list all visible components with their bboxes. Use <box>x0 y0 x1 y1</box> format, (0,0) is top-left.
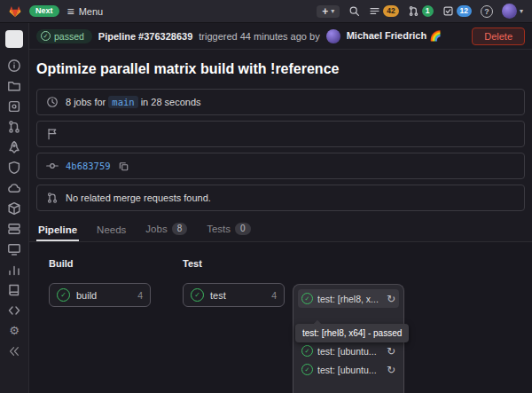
tab-label: Needs <box>97 224 126 235</box>
collapse-icon <box>8 345 20 358</box>
triggered-text: triggered 44 minutes ago by <box>199 31 319 42</box>
issues-indicator[interactable]: 42 <box>369 5 398 17</box>
tests-count-badge: 0 <box>235 223 251 235</box>
gitlab-logo-icon[interactable] <box>9 5 21 18</box>
mr-text: No related merge requests found. <box>66 193 211 203</box>
sidebar-item-repository[interactable] <box>0 75 28 96</box>
sidebar-item-issues[interactable] <box>0 96 28 116</box>
retry-icon[interactable]: ↻ <box>387 294 395 304</box>
menu-label: Menu <box>79 6 104 17</box>
check-glyph: ✓ <box>305 295 310 303</box>
author-avatar[interactable] <box>326 29 340 43</box>
tab-pipeline[interactable]: Pipeline <box>36 224 79 241</box>
rocket-icon <box>7 140 21 154</box>
job-name: test: [ubuntu... <box>317 365 382 375</box>
merge-request-icon <box>7 120 21 134</box>
pipeline-graph: Build ✓ build 4 Test ✓ test 4 <box>29 241 532 393</box>
chart-icon <box>7 263 21 277</box>
tanuki-icon <box>9 5 21 18</box>
retry-icon[interactable]: ↻ <box>387 365 395 375</box>
sidebar-item-infrastructure[interactable] <box>0 218 28 239</box>
success-status-icon: ✓ <box>57 288 70 302</box>
tab-needs[interactable]: Needs <box>95 224 128 241</box>
stage-name: Test <box>183 258 285 269</box>
job-count: 4 <box>271 290 277 301</box>
search-button[interactable] <box>348 5 360 17</box>
commit-sha-link[interactable]: 4b683759 <box>66 161 111 171</box>
job-group-test[interactable]: ✓ test 4 <box>183 283 285 307</box>
package-icon <box>7 201 21 216</box>
new-dropdown-button[interactable]: + ▾ <box>317 5 340 18</box>
retry-icon[interactable]: ↻ <box>387 346 395 357</box>
todos-indicator[interactable]: 12 <box>442 5 472 17</box>
issues-list-icon <box>369 5 380 17</box>
todo-check-icon <box>442 5 454 17</box>
status-check-icon: ✓ <box>41 31 51 41</box>
clock-icon <box>46 96 59 108</box>
author-name[interactable]: Michael Friedrich 🌈 <box>347 30 442 42</box>
success-status-icon: ✓ <box>301 345 313 357</box>
tab-label: Tests <box>207 224 231 234</box>
mr-count-badge: 1 <box>422 5 434 17</box>
help-button[interactable]: ? <box>481 5 493 18</box>
sidebar-item-wiki[interactable] <box>0 279 28 300</box>
sidebar-item-project-information[interactable] <box>0 55 28 75</box>
sidebar-item-merge-requests[interactable] <box>0 116 28 137</box>
gear-icon: ⚙ <box>9 325 20 336</box>
status-label: passed <box>54 31 84 42</box>
chevron-down-icon: ▾ <box>331 8 334 15</box>
tab-jobs[interactable]: Jobs8 <box>144 223 189 241</box>
jobs-count-badge: 8 <box>172 223 188 235</box>
code-icon <box>7 303 21 318</box>
folder-icon <box>7 79 21 93</box>
merge-requests-indicator[interactable]: 1 <box>408 5 434 17</box>
flag-box <box>36 121 525 147</box>
success-status-icon: ✓ <box>191 288 204 302</box>
sidebar-item-settings[interactable]: ⚙ <box>0 320 28 341</box>
check-glyph: ✓ <box>60 291 66 299</box>
merge-requests-box: No related merge requests found. <box>36 185 525 211</box>
sidebar-item-analytics[interactable] <box>0 259 28 279</box>
sidebar-item-ci-cd[interactable] <box>0 137 28 157</box>
merge-request-icon <box>46 192 59 204</box>
plus-icon: + <box>322 6 328 17</box>
sidebar-item-security[interactable] <box>0 157 28 177</box>
dropdown-job-item[interactable]: ✓ test: [ubuntu... ↻ <box>298 360 399 379</box>
pipeline-title: Optimize parallel matrix build with !ref… <box>36 61 525 77</box>
navbar-right-controls: + ▾ 42 1 <box>317 4 523 19</box>
pipeline-tabs: Pipeline Needs Jobs8 Tests0 <box>36 216 525 241</box>
user-menu[interactable]: ▾ <box>502 4 523 19</box>
menu-button[interactable]: ≡ Menu <box>67 5 104 18</box>
dropdown-job-item[interactable]: ✓ test: [ubuntu... ↻ <box>298 342 399 360</box>
project-avatar[interactable] <box>5 30 23 48</box>
sidebar-item-monitor[interactable] <box>0 239 28 259</box>
tab-label: Jobs <box>145 224 167 234</box>
branch-link[interactable]: main <box>108 96 137 108</box>
sidebar-item-deployments[interactable] <box>0 177 28 198</box>
success-status-icon: ✓ <box>301 364 313 375</box>
next-badge: Next <box>29 5 59 17</box>
merge-request-icon <box>408 5 419 17</box>
cloud-icon <box>7 181 21 195</box>
user-avatar <box>502 4 517 19</box>
sidebar-collapse-button[interactable] <box>0 341 28 361</box>
sidebar-item-packages[interactable] <box>0 198 28 218</box>
sidebar-item-snippets[interactable] <box>0 300 28 320</box>
copy-sha-button[interactable] <box>118 161 129 172</box>
shield-icon <box>7 161 21 175</box>
search-icon <box>348 5 360 17</box>
stage-test: Test ✓ test 4 <box>183 258 285 307</box>
copy-icon <box>118 161 129 172</box>
info-icon <box>7 59 21 73</box>
delete-button[interactable]: Delete <box>472 28 525 45</box>
job-label: build <box>76 290 131 301</box>
pipeline-status-badge[interactable]: ✓ passed <box>36 29 92 43</box>
success-status-icon: ✓ <box>301 293 313 304</box>
check-glyph: ✓ <box>43 33 49 40</box>
job-name: test: [rhel8, x... <box>317 294 382 304</box>
issues-count-badge: 42 <box>383 5 398 17</box>
tab-tests[interactable]: Tests0 <box>205 223 252 241</box>
hamburger-icon: ≡ <box>67 5 74 18</box>
job-group-build[interactable]: ✓ build 4 <box>49 283 151 307</box>
dropdown-job-item[interactable]: ✓ test: [rhel8, x... ↻ <box>298 289 399 308</box>
